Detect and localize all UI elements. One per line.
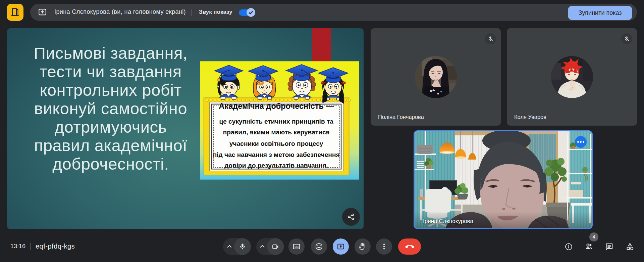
svg-text:CC: CC xyxy=(294,245,299,249)
svg-text:довіри до результатів навчання: довіри до результатів навчання. xyxy=(224,162,328,169)
svg-text:учасники освітнього процесу: учасники освітнього процесу xyxy=(229,140,323,147)
svg-text:під час навчання з метою забез: під час навчання з метою забезпечення xyxy=(213,151,340,158)
svg-text:Академічна доброчесність —: Академічна доброчесність — xyxy=(219,102,334,111)
svg-text:правил, якими мають керуватися: правил, якими мають керуватися xyxy=(223,129,330,136)
svg-text:це сукупність етичних принципі: це сукупність етичних принципів та xyxy=(219,118,333,125)
